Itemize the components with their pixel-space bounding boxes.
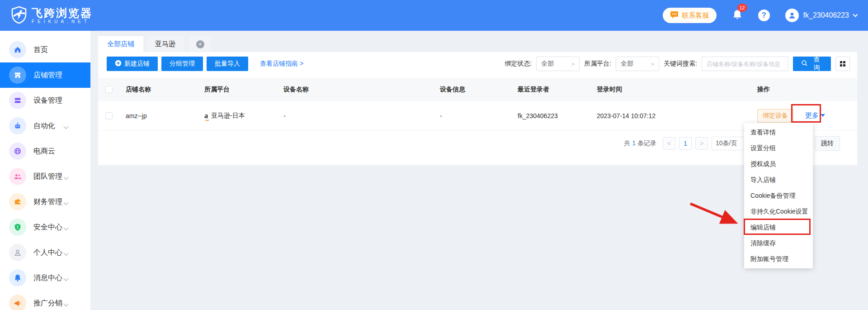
notification-badge: 12	[737, 4, 747, 12]
table-header: 店铺名称 所属平台 设备名称 设备信息 最近登录者 登录时间 操作	[98, 78, 857, 101]
next-page-button[interactable]: >	[695, 137, 708, 150]
shop-name: amz--jp	[120, 112, 198, 119]
more-actions-button[interactable]: 更多	[805, 111, 825, 120]
search-button[interactable]: 查询	[793, 57, 831, 71]
sidebar-item-label: 团队管理	[33, 172, 62, 181]
plus-circle-icon	[115, 60, 122, 68]
robot-icon	[9, 117, 26, 134]
add-tab-button[interactable]: +	[189, 36, 211, 52]
col-last-login-user: 最近登录者	[512, 86, 591, 94]
menu-item-extra-accounts[interactable]: 附加账号管理	[744, 251, 813, 267]
tab-all-shops[interactable]: 全部店铺	[98, 36, 143, 52]
row-checkbox[interactable]	[105, 112, 113, 119]
chevron-down-icon	[63, 251, 68, 256]
grid-view-icon	[840, 61, 845, 67]
sidebar-item-label: 电商云	[33, 147, 55, 156]
menu-item-view-details[interactable]: 查看详情	[744, 124, 813, 140]
logo-subtitle: FEIKUA.NET	[32, 19, 93, 24]
account-menu[interactable]: fk_230406223	[785, 9, 857, 22]
menu-item-clear-cache[interactable]: 清除缓存	[744, 235, 813, 251]
search-icon	[801, 60, 808, 68]
sidebar-item-label: 自动化	[33, 121, 55, 131]
tab-amazon[interactable]: 亚马逊	[146, 36, 184, 52]
help-button[interactable]: ?	[758, 10, 770, 21]
col-device-name: 设备名称	[278, 86, 434, 94]
bind-status-label: 绑定状态:	[505, 60, 532, 68]
megaphone-icon	[9, 295, 26, 310]
notifications-button[interactable]: 12	[732, 9, 743, 22]
batch-import-button[interactable]: 批量导入	[207, 57, 248, 71]
sidebar-item-device-manage[interactable]: 设备管理	[0, 88, 90, 113]
avatar	[785, 9, 799, 22]
more-actions-dropdown: 查看详情 设置分组 授权成员 导入店铺 Cookie备份管理 非持久化Cooki…	[744, 123, 813, 268]
sidebar-item-finance-manage[interactable]: 财务管理	[0, 189, 90, 215]
chevron-right-icon: >	[651, 61, 655, 67]
prev-page-button[interactable]: <	[663, 137, 675, 150]
contact-support-label: 联系客服	[682, 11, 709, 20]
table-row: amz--jp a 亚马逊-日本 - - fk_230406223 2023-0…	[98, 101, 857, 131]
wallet-icon	[9, 193, 26, 210]
menu-item-set-group[interactable]: 设置分组	[744, 140, 813, 156]
view-toggle-button[interactable]	[835, 57, 850, 71]
col-actions: 操作	[751, 86, 857, 94]
col-platform: 所属平台	[198, 86, 278, 94]
team-icon	[9, 168, 26, 185]
jump-button[interactable]: 跳转	[815, 136, 840, 151]
home-icon	[9, 41, 26, 58]
logo-title: 飞跨浏览器	[32, 7, 93, 19]
bell-icon	[732, 15, 743, 22]
chevron-down-icon	[63, 276, 68, 281]
logo-shield-icon	[11, 5, 27, 26]
keyword-search-input[interactable]	[702, 57, 788, 71]
page-1-button[interactable]: 1	[679, 137, 692, 150]
bind-device-button[interactable]: 绑定设备	[757, 109, 793, 123]
platform-label: 所属平台:	[584, 60, 611, 68]
sidebar-item-promotion[interactable]: 推广分销	[0, 291, 90, 310]
menu-item-cookie-backup[interactable]: Cookie备份管理	[744, 188, 813, 204]
chevron-down-icon	[63, 175, 68, 180]
chevron-down-icon	[63, 225, 68, 230]
sidebar-item-shop-manage[interactable]: 店铺管理	[0, 62, 90, 88]
sidebar-item-label: 个人中心	[33, 248, 62, 258]
sidebar-item-home[interactable]: 首页	[0, 37, 90, 62]
menu-item-edit-shop[interactable]: 编辑店铺	[744, 219, 813, 235]
chat-icon	[670, 11, 679, 20]
col-device-info: 设备信息	[434, 86, 512, 94]
col-shop-name: 店铺名称	[120, 86, 198, 94]
select-all-checkbox[interactable]	[105, 86, 113, 93]
new-shop-button[interactable]: 新建店铺	[107, 57, 158, 71]
sidebar-item-ecommerce-cloud[interactable]: 电商云	[0, 138, 90, 164]
chevron-right-icon: >	[571, 61, 575, 67]
device-name: -	[278, 112, 434, 119]
bind-status-select[interactable]: 全部 >	[536, 57, 580, 71]
sidebar-item-message-center[interactable]: 消息中心	[0, 265, 90, 291]
group-manage-button[interactable]: 分组管理	[161, 57, 203, 71]
amazon-icon: a	[204, 112, 208, 120]
sidebar-item-label: 设备管理	[33, 96, 62, 105]
sidebar-item-team-manage[interactable]: 团队管理	[0, 164, 90, 189]
sidebar-item-label: 财务管理	[33, 197, 62, 207]
pagination: 共1条记录 < 1 > 10条/页 页 跳转	[98, 136, 857, 151]
platform-value: 亚马逊-日本	[211, 112, 245, 120]
shop-guide-link[interactable]: 查看店铺指南 >	[260, 60, 303, 68]
chevron-down-icon	[853, 12, 858, 17]
col-login-time: 登录时间	[591, 86, 751, 94]
menu-item-nonpersistent-cookie[interactable]: 非持久化Cookie设置	[744, 204, 813, 219]
sidebar-item-security-center[interactable]: 安全中心	[0, 215, 90, 240]
menu-item-import-shop[interactable]: 导入店铺	[744, 172, 813, 188]
toolbar: 新建店铺 分组管理 批量导入 查看店铺指南 > 绑定状态: 全部 > 所属平台:…	[98, 52, 857, 71]
sidebar-nav: 首页 店铺管理 设备管理 自	[0, 31, 90, 310]
caret-down-icon	[821, 114, 825, 117]
sidebar-item-label: 推广分销	[33, 299, 62, 308]
sidebar-item-label: 店铺管理	[33, 71, 62, 80]
chevron-down-icon	[63, 200, 68, 205]
menu-item-authorize-members[interactable]: 授权成员	[744, 156, 813, 172]
sidebar-item-automation[interactable]: 自动化	[0, 113, 90, 138]
sidebar-item-personal-center[interactable]: 个人中心	[0, 240, 90, 265]
chevron-down-icon	[63, 124, 68, 129]
app-logo: 飞跨浏览器 FEIKUA.NET	[11, 5, 93, 26]
contact-support-button[interactable]: 联系客服	[663, 8, 717, 23]
feikua-browser-app: { "colors": { "header_blue": "#3f86f6", …	[0, 0, 868, 310]
sidebar-item-label: 首页	[33, 45, 48, 55]
platform-select[interactable]: 全部 >	[616, 57, 659, 71]
